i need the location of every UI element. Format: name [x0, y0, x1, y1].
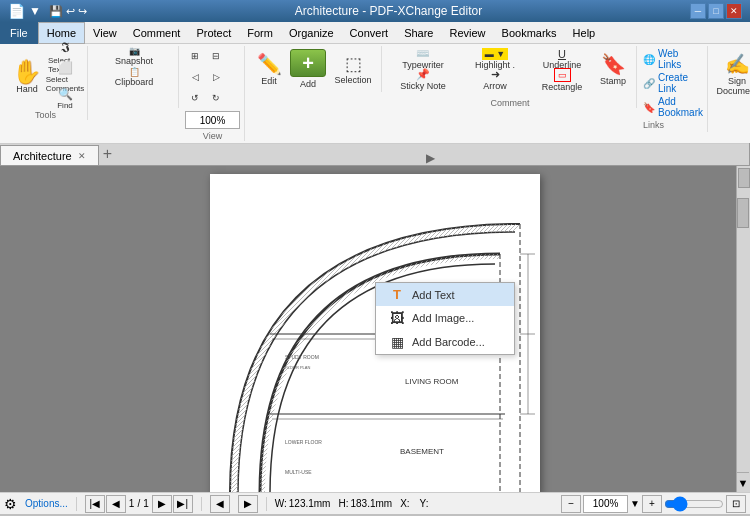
zoom-slider[interactable] — [664, 497, 724, 511]
sticky-note-btn[interactable]: 📌 Sticky Note — [388, 70, 458, 90]
hand-label: Hand — [16, 84, 38, 94]
tab-close-btn[interactable]: ✕ — [78, 151, 86, 161]
menu-organize[interactable]: Organize — [281, 22, 342, 44]
add-image-item[interactable]: 🖼 Add Image... — [376, 306, 514, 330]
web-links-btn[interactable]: 🌐 Web Links — [643, 48, 703, 70]
arrow-btn[interactable]: ➜ Arrow — [460, 70, 530, 90]
first-page-btn[interactable]: |◀ — [85, 495, 105, 513]
add-barcode-label: Add Barcode... — [412, 336, 485, 348]
add-text-label: Add Text — [412, 289, 455, 301]
prev-page-btn[interactable]: ◀ — [106, 495, 126, 513]
vertical-scrollbar[interactable]: ▼ — [736, 166, 750, 492]
view-rotate-btn[interactable]: ↺ — [185, 88, 205, 108]
clipboard-btn[interactable]: 📋 Clipboard — [94, 67, 174, 87]
title-bar: 📄 ▼ 💾 ↩ ↪ Architecture - PDF-XChange Edi… — [0, 0, 750, 22]
height-label: H: — [338, 498, 348, 509]
height-status: H: 183.1mm — [338, 498, 392, 509]
svg-text:STUDY ROOM: STUDY ROOM — [285, 354, 319, 360]
y-status: Y: — [420, 498, 431, 509]
add-label: Add — [300, 79, 316, 89]
add-btn[interactable]: + Add — [289, 46, 327, 92]
highlight-icon: ▬ ▼ — [482, 48, 508, 60]
menu-convert[interactable]: Convert — [342, 22, 397, 44]
minimize-btn[interactable]: ─ — [690, 3, 706, 19]
menu-comment[interactable]: Comment — [125, 22, 189, 44]
y-label: Y: — [420, 498, 429, 509]
zoom-input[interactable] — [185, 111, 240, 129]
toolbar: ✋ Hand 𝕴 Select Text ⬜ Select Comments 🔍… — [0, 44, 750, 144]
zoom-dropdown-icon[interactable]: ▼ — [630, 498, 640, 509]
menu-file[interactable]: File — [0, 22, 38, 44]
x-label: X: — [400, 498, 409, 509]
view-next-btn[interactable]: ▷ — [206, 67, 226, 87]
find-btn[interactable]: 🔍 Find — [47, 88, 83, 108]
view-rotate-r-btn[interactable]: ↻ — [206, 88, 226, 108]
scrollbar-thumb[interactable] — [737, 198, 749, 228]
view-fit-btn[interactable]: ⊞ — [185, 46, 205, 66]
underline-btn[interactable]: U Underline — [532, 49, 592, 69]
sign-document-btn[interactable]: ✍️ SignDocument — [714, 48, 750, 100]
height-value: 183.1mm — [350, 498, 392, 509]
tab-label: Architecture — [13, 150, 72, 162]
create-link-btn[interactable]: 🔗 Create Link — [643, 72, 703, 94]
add-image-label: Add Image... — [412, 312, 474, 324]
hand-tool-btn[interactable]: ✋ Hand — [8, 54, 46, 100]
view-group: ⊞ ⊟ ◁ ▷ ↺ ↻ View — [181, 46, 245, 141]
maximize-btn[interactable]: □ — [708, 3, 724, 19]
view-prev-btn[interactable]: ◁ — [185, 67, 205, 87]
view-zoom-btn[interactable]: ⊟ — [206, 46, 226, 66]
content-area: ▼ BEDROOMS LIVIN — [0, 166, 750, 492]
status-bar: ⚙ Options... |◀ ◀ 1 / 1 ▶ ▶| ◀ ▶ W: 123.… — [0, 492, 750, 514]
tab-architecture[interactable]: Architecture ✕ — [0, 145, 99, 165]
menu-bookmarks[interactable]: Bookmarks — [494, 22, 565, 44]
selection-btn[interactable]: ⬚ Selection — [329, 46, 377, 92]
pan-right-btn[interactable]: ▶ — [238, 495, 258, 513]
scroll-right-icon[interactable]: ▶ — [426, 151, 439, 165]
status-sep-1 — [76, 497, 77, 511]
snapshot-icon: 📷 — [129, 46, 140, 56]
new-tab-btn[interactable]: + — [99, 143, 116, 165]
rectangle-btn[interactable]: ▭ Rectangle — [532, 70, 592, 90]
rectangle-icon: ▭ — [554, 68, 571, 82]
page-total: 1 — [141, 498, 151, 509]
width-status: W: 123.1mm — [275, 498, 331, 509]
hand-icon: ✋ — [12, 60, 42, 84]
menu-view[interactable]: View — [85, 22, 125, 44]
highlight-btn[interactable]: ▬ ▼ Highlight . — [460, 49, 530, 69]
select-comments-btn[interactable]: ⬜ Select Comments — [47, 67, 83, 87]
window-controls[interactable]: ─ □ ✕ — [690, 3, 742, 19]
add-bookmark-btn[interactable]: 🔖 Add Bookmark — [643, 96, 703, 118]
sign-document-label: SignDocument — [717, 76, 751, 96]
status-zoom-input[interactable] — [583, 495, 628, 513]
scrollbar-down-btn[interactable]: ▼ — [737, 472, 749, 492]
add-text-item[interactable]: T Add Text — [376, 283, 514, 306]
scrollbar-thumb-top[interactable] — [738, 168, 750, 188]
next-page-btn[interactable]: ▶ — [152, 495, 172, 513]
close-btn[interactable]: ✕ — [726, 3, 742, 19]
edit-btn[interactable]: ✏️ Edit — [251, 46, 287, 92]
snapshot-btn[interactable]: 📷 Snapshot — [94, 46, 174, 66]
comment-group: ⌨️ Typewriter 📌 Sticky Note ▬ ▼ Highligh… — [384, 46, 637, 108]
last-page-btn[interactable]: ▶| — [173, 495, 193, 513]
x-status: X: — [400, 498, 411, 509]
add-image-icon: 🖼 — [388, 310, 406, 326]
prev-icon: ◁ — [192, 72, 199, 82]
menu-share[interactable]: Share — [396, 22, 441, 44]
rotate-r-icon: ↻ — [212, 93, 220, 103]
zoom-fit-btn[interactable]: ⊡ — [726, 495, 746, 513]
menu-protect[interactable]: Protect — [188, 22, 239, 44]
add-barcode-item[interactable]: ▦ Add Barcode... — [376, 330, 514, 354]
menu-form[interactable]: Form — [239, 22, 281, 44]
svg-text:FLOOR PLAN: FLOOR PLAN — [285, 365, 310, 370]
typewriter-btn[interactable]: ⌨️ Typewriter — [388, 49, 458, 69]
menu-review[interactable]: Review — [441, 22, 493, 44]
zoom-in-btn[interactable]: + — [642, 495, 662, 513]
menu-help[interactable]: Help — [565, 22, 604, 44]
pan-left-btn[interactable]: ◀ — [210, 495, 230, 513]
page-nav: |◀ ◀ 1 / 1 ▶ ▶| — [85, 495, 193, 513]
stamp-btn[interactable]: 🔖 Stamp — [594, 46, 632, 92]
options-btn[interactable]: Options... — [25, 498, 68, 509]
zoom-out-btn[interactable]: − — [561, 495, 581, 513]
tab-bar: Architecture ✕ + ▶ — [0, 144, 750, 166]
zoom-controls: − ▼ + ⊡ — [561, 495, 746, 513]
